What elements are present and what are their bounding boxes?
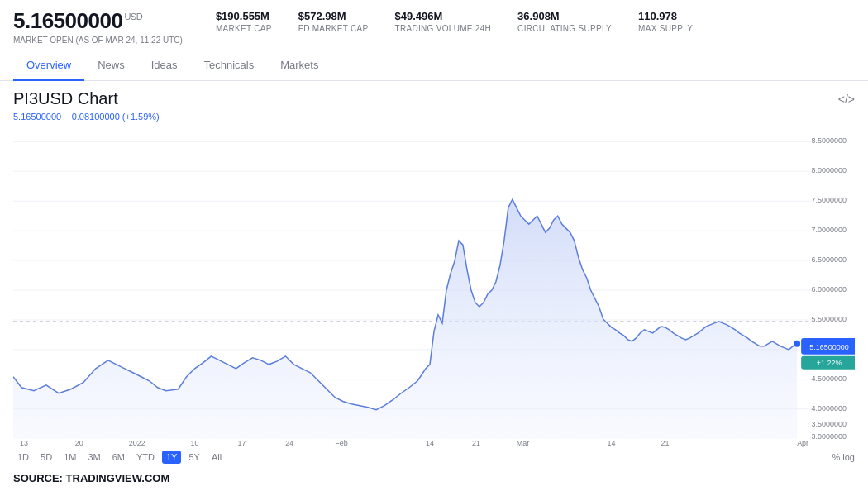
svg-text:5.5000000: 5.5000000 — [812, 315, 847, 323]
time-btn-5d[interactable]: 5D — [36, 451, 56, 464]
svg-text:3.0000000: 3.0000000 — [812, 432, 847, 441]
price-label-text: 5.16500000 — [809, 343, 848, 351]
log-button[interactable]: % log — [832, 452, 855, 462]
price-change-row: 5.16500000 +0.08100000 (+1.59%) — [13, 112, 855, 122]
svg-text:7.0000000: 7.0000000 — [812, 226, 847, 234]
price-section: 5.16500000USD MARKET OPEN (AS OF MAR 24,… — [13, 8, 183, 45]
nav-bar: Overview News Ideas Technicals Markets — [0, 50, 868, 81]
svg-text:2022: 2022 — [129, 439, 145, 447]
chart-svg: 8.5000000 8.0000000 7.5000000 7.0000000 … — [13, 125, 855, 447]
svg-text:4.5000000: 4.5000000 — [812, 374, 847, 383]
time-controls: 1D 5D 1M 3M 6M YTD 1Y 5Y All % log — [13, 447, 855, 467]
svg-text:3.5000000: 3.5000000 — [812, 420, 847, 428]
stat-max-supply: 110.978 MAX SUPPLY — [638, 10, 693, 33]
nav-markets[interactable]: Markets — [267, 50, 331, 81]
svg-text:21: 21 — [661, 439, 669, 447]
svg-text:20: 20 — [75, 439, 83, 447]
current-price-dot — [794, 341, 800, 347]
stats-row: $190.555M MARKET CAP $572.98M FD MARKET … — [216, 8, 855, 33]
source-text: SOURCE: TRADINGVIEW.COM — [13, 472, 169, 484]
svg-text:24: 24 — [285, 439, 293, 447]
currency-label: USD — [124, 12, 142, 21]
nav-news[interactable]: News — [84, 50, 138, 81]
time-btn-6m[interactable]: 6M — [108, 451, 129, 464]
svg-text:Mar: Mar — [517, 439, 529, 447]
nav-technicals[interactable]: Technicals — [191, 50, 268, 81]
stat-circulating-supply: 36.908M CIRCULATING SUPPLY — [517, 10, 612, 33]
svg-text:6.5000000: 6.5000000 — [812, 255, 847, 264]
chart-area-fill — [13, 199, 797, 438]
nav-ideas[interactable]: Ideas — [138, 50, 191, 81]
source-bar: SOURCE: TRADINGVIEW.COM — [0, 467, 868, 489]
price-value: 5.16500000 — [13, 8, 122, 33]
time-btn-ytd[interactable]: YTD — [132, 451, 159, 464]
time-btn-5y[interactable]: 5Y — [184, 451, 203, 464]
svg-text:21: 21 — [472, 439, 480, 447]
svg-text:14: 14 — [608, 439, 616, 447]
svg-text:13: 13 — [20, 439, 28, 447]
time-btn-1d[interactable]: 1D — [13, 451, 33, 464]
nav-overview[interactable]: Overview — [13, 50, 84, 81]
chart-title-row: PI3USD Chart </> — [13, 89, 855, 108]
chart-container: 8.5000000 8.0000000 7.5000000 7.0000000 … — [13, 125, 855, 447]
svg-text:17: 17 — [237, 439, 246, 447]
chart-change: +0.08100000 (+1.59%) — [66, 112, 160, 122]
time-btn-3m[interactable]: 3M — [83, 451, 104, 464]
stat-market-cap: $190.555M MARKET CAP — [216, 10, 272, 33]
header-bar: 5.16500000USD MARKET OPEN (AS OF MAR 24,… — [0, 0, 868, 50]
stat-trading-volume: $49.496M TRADING VOLUME 24H — [395, 10, 492, 33]
svg-text:14: 14 — [426, 439, 434, 447]
svg-text:7.5000000: 7.5000000 — [812, 196, 847, 204]
chart-price: 5.16500000 — [13, 112, 61, 122]
chart-area: PI3USD Chart </> 5.16500000 +0.08100000 … — [0, 81, 868, 467]
time-btn-1y[interactable]: 1Y — [162, 451, 181, 464]
time-btn-all[interactable]: All — [207, 451, 226, 464]
svg-text:Apr: Apr — [797, 439, 808, 447]
stat-fd-market-cap: $572.98M FD MARKET CAP — [298, 10, 369, 33]
pct-label-text: +1.22% — [817, 359, 842, 367]
market-status: MARKET OPEN (AS OF MAR 24, 11:22 UTC) — [13, 36, 183, 45]
embed-icon[interactable]: </> — [838, 93, 855, 106]
svg-text:Feb: Feb — [335, 439, 347, 447]
time-btn-1m[interactable]: 1M — [60, 451, 80, 464]
svg-text:8.0000000: 8.0000000 — [812, 166, 847, 174]
svg-text:8.5000000: 8.5000000 — [812, 136, 847, 145]
price-display: 5.16500000USD — [13, 8, 183, 34]
svg-text:6.0000000: 6.0000000 — [812, 285, 847, 293]
svg-text:10: 10 — [191, 439, 199, 447]
chart-title: PI3USD Chart — [13, 89, 118, 108]
svg-text:4.0000000: 4.0000000 — [812, 404, 847, 413]
